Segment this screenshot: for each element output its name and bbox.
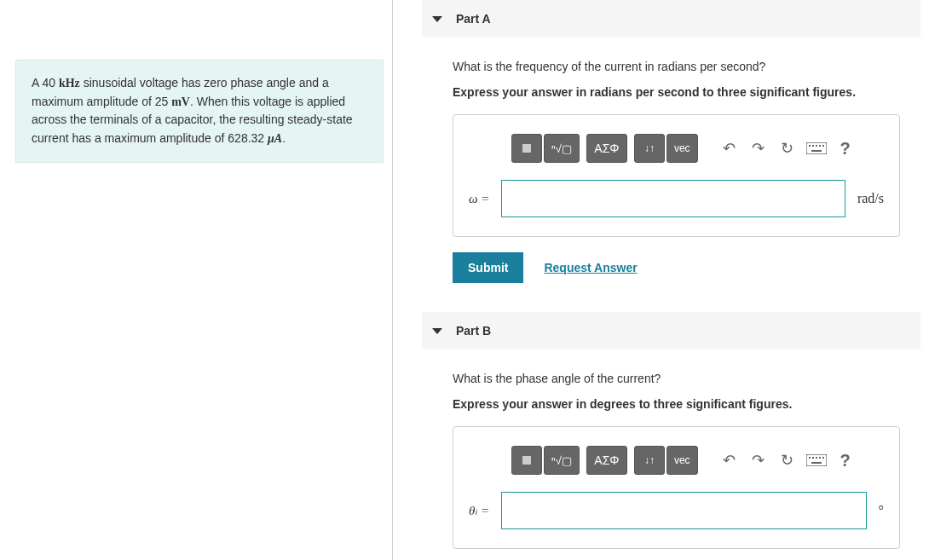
undo-icon[interactable]: ↶ [718, 449, 741, 471]
unit-khz: kHz [59, 77, 80, 89]
help-icon[interactable]: ? [834, 137, 857, 159]
part-a-header[interactable]: Part A [422, 0, 920, 38]
part-a-unit: rad/s [857, 191, 884, 206]
svg-rect-9 [812, 457, 814, 459]
svg-rect-4 [819, 145, 821, 147]
chevron-down-icon [432, 16, 442, 22]
redo-icon[interactable]: ↷ [747, 137, 770, 159]
sqrt-icon[interactable]: ⁿ√▢ [544, 446, 580, 475]
part-b-answer-box: ⁿ√▢ ΑΣΦ ↓↑ vec ↶ ↷ ↻ ? [453, 426, 900, 549]
part-b-instruction: Express your answer in degrees to three … [453, 397, 900, 411]
part-b-variable-label: θᵢ = [469, 503, 489, 518]
svg-rect-2 [812, 145, 814, 147]
part-a-variable-label: ω = [469, 192, 489, 206]
part-b-question: What is the phase angle of the current? [453, 372, 900, 385]
svg-rect-12 [822, 457, 824, 459]
subscript-button[interactable]: ↓↑ [634, 446, 665, 475]
part-b-unit: ° [879, 503, 884, 518]
part-a-question: What is the frequency of the current in … [453, 60, 900, 73]
redo-icon[interactable]: ↷ [747, 449, 770, 471]
vector-button[interactable]: vec [666, 134, 698, 163]
sqrt-icon[interactable]: ⁿ√▢ [544, 134, 580, 163]
chevron-down-icon [432, 328, 442, 334]
greek-letters-button[interactable]: ΑΣΦ [586, 134, 627, 163]
problem-statement: A 40 kHz sinusoidal voltage has zero pha… [15, 60, 384, 163]
svg-rect-10 [816, 457, 817, 459]
part-a-title: Part A [456, 12, 491, 26]
template-icon[interactable] [511, 134, 542, 163]
svg-rect-0 [806, 142, 827, 154]
svg-rect-5 [822, 145, 824, 147]
keyboard-icon[interactable] [805, 137, 828, 159]
part-a-instruction: Express your answer in radians per secon… [453, 85, 900, 99]
part-b-title: Part B [456, 324, 491, 338]
part-a-answer-box: ⁿ√▢ ΑΣΦ ↓↑ vec ↶ ↷ ↻ ? [453, 114, 900, 237]
svg-rect-3 [816, 145, 817, 147]
greek-letters-button[interactable]: ΑΣΦ [586, 446, 627, 475]
svg-rect-13 [811, 462, 822, 464]
part-a-answer-input[interactable] [501, 180, 845, 217]
part-b-header[interactable]: Part B [422, 312, 920, 349]
svg-rect-8 [809, 457, 811, 459]
reset-icon[interactable]: ↻ [776, 449, 799, 471]
problem-text: A 40 [32, 76, 59, 89]
template-icon[interactable] [511, 446, 542, 475]
part-a-toolbar: ⁿ√▢ ΑΣΦ ↓↑ vec ↶ ↷ ↻ ? [511, 134, 884, 163]
unit-mv: mV [171, 95, 190, 108]
part-b-answer-input[interactable] [501, 492, 866, 529]
part-a-request-answer-link[interactable]: Request Answer [544, 261, 637, 274]
vector-button[interactable]: vec [666, 446, 698, 475]
help-icon[interactable]: ? [834, 449, 857, 471]
svg-rect-11 [819, 457, 821, 459]
svg-rect-7 [806, 454, 827, 466]
svg-rect-6 [811, 150, 822, 152]
reset-icon[interactable]: ↻ [776, 137, 799, 159]
undo-icon[interactable]: ↶ [718, 137, 741, 159]
unit-ua: μA [268, 132, 282, 145]
svg-rect-1 [809, 145, 811, 147]
subscript-button[interactable]: ↓↑ [634, 134, 665, 163]
part-a-submit-button[interactable]: Submit [453, 252, 523, 283]
part-b-toolbar: ⁿ√▢ ΑΣΦ ↓↑ vec ↶ ↷ ↻ ? [511, 446, 884, 475]
keyboard-icon[interactable] [805, 449, 828, 471]
